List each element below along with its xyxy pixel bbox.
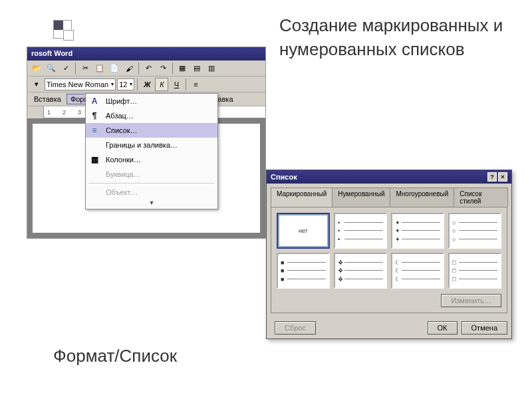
- bullet-icon: ✦: [395, 219, 400, 226]
- italic-button[interactable]: К: [155, 78, 168, 91]
- excel-icon[interactable]: ▤: [190, 62, 203, 75]
- menu-font[interactable]: A Шрифт…: [86, 94, 217, 108]
- preview-option[interactable]: □ □ □: [448, 253, 501, 289]
- preview-option[interactable]: ✦ ✦ ✦: [391, 213, 444, 249]
- reset-button[interactable]: Сброс: [275, 321, 316, 334]
- bullet-icon: ✦: [395, 227, 400, 234]
- menu-dropcap[interactable]: Буквица…: [86, 167, 217, 182]
- tab-list-styles[interactable]: Список стилей: [454, 188, 508, 207]
- menu-paragraph-label: Абзац…: [106, 112, 134, 120]
- list-dialog: Список ? × Маркированный Нумерованный Мн…: [266, 170, 512, 339]
- bold-button[interactable]: Ж: [140, 78, 154, 91]
- menu-object[interactable]: Объект…: [86, 185, 217, 200]
- style-dropdown-arrow[interactable]: ▾: [30, 78, 43, 91]
- cut-icon[interactable]: ✂: [78, 62, 92, 75]
- chevron-down-icon: ▾: [127, 81, 132, 87]
- undo-icon[interactable]: ↶: [142, 62, 155, 75]
- spell-icon[interactable]: ✓: [59, 62, 72, 75]
- bullet-icon: □: [452, 267, 456, 274]
- preview-grid: нет • • • ✦ ✦ ✦ ○ ○ ○ ■ ■ ■: [277, 213, 501, 289]
- align-left-icon[interactable]: ≡: [189, 78, 202, 91]
- bullet-icon: ○: [452, 227, 456, 234]
- paragraph-icon: ¶: [88, 110, 100, 122]
- menu-list[interactable]: ≡ Список…: [86, 123, 217, 138]
- preview-option[interactable]: ■ ■ ■: [277, 253, 330, 289]
- slide-heading: Создание маркированных и нумерованных сп…: [279, 13, 532, 62]
- bullet-icon: □: [452, 259, 456, 266]
- cancel-button[interactable]: Отмена: [462, 321, 507, 334]
- copy-icon[interactable]: 📋: [93, 62, 106, 75]
- preview-none[interactable]: нет: [277, 213, 330, 249]
- toolbar-formatting: ▾ Times New Roman▾ 12▾ Ж К Ч ≡: [27, 76, 265, 92]
- font-size-combo[interactable]: 12▾: [117, 78, 134, 90]
- toolbar-standard: 📂 🔍 ✓ ✂ 📋 📄 🖌 ↶ ↷ ▦ ▤ ▥: [27, 61, 265, 76]
- redo-icon[interactable]: ↷: [156, 62, 170, 75]
- tab-panel: нет • • • ✦ ✦ ✦ ○ ○ ○ ■ ■ ■: [271, 207, 507, 313]
- menu-object-label: Объект…: [106, 188, 138, 196]
- preview-option[interactable]: ❖ ❖ ❖: [334, 253, 387, 289]
- font-icon: A: [88, 95, 100, 107]
- bullet-icon: ○: [452, 219, 456, 226]
- menu-insert[interactable]: Вставка: [30, 94, 65, 104]
- bullet-icon: ○: [452, 236, 456, 243]
- list-icon: ≡: [88, 124, 100, 136]
- columns-icon: ▦: [88, 154, 100, 166]
- bullet-icon: •: [338, 219, 340, 226]
- close-icon[interactable]: ×: [498, 172, 507, 182]
- menu-dropcap-label: Буквица…: [106, 170, 141, 178]
- preview-option[interactable]: • • •: [334, 213, 387, 249]
- table-icon[interactable]: ▦: [176, 62, 189, 75]
- bullet-icon: ✦: [395, 236, 400, 243]
- bullet-icon: ❖: [338, 276, 343, 283]
- preview-none-label: нет: [299, 227, 308, 234]
- preview-option[interactable]: ☾ ☾ ☾: [391, 253, 444, 289]
- slide-caption: Формат/Список: [53, 346, 177, 366]
- tab-numbered[interactable]: Нумерованный: [332, 188, 390, 207]
- tab-bulleted[interactable]: Маркированный: [271, 188, 332, 207]
- tab-multilevel[interactable]: Многоуровневый: [390, 188, 454, 207]
- font-name-combo[interactable]: Times New Roman▾: [45, 78, 116, 90]
- underline-button[interactable]: Ч: [170, 78, 183, 91]
- dialog-title: Список: [271, 173, 297, 181]
- bullet-icon: ☾: [395, 259, 400, 266]
- bullet-icon: ☾: [395, 276, 400, 283]
- font-size-value: 12: [119, 80, 127, 88]
- bullet-icon: •: [338, 236, 340, 243]
- ok-button[interactable]: ОК: [428, 321, 458, 334]
- menu-columns[interactable]: ▦ Колонки…: [86, 152, 217, 167]
- format-dropdown: A Шрифт… ¶ Абзац… ≡ Список… Границы и за…: [85, 93, 218, 209]
- bullet-icon: □: [452, 276, 456, 283]
- menu-expand-icon[interactable]: ▼: [86, 200, 217, 209]
- bullet-icon: •: [338, 227, 340, 234]
- slide-bullet-icon: [53, 20, 72, 39]
- menu-borders[interactable]: Границы и заливка…: [86, 138, 217, 152]
- preview-option[interactable]: ○ ○ ○: [448, 213, 501, 249]
- bullet-icon: ■: [281, 259, 284, 266]
- bullet-icon: ■: [281, 267, 284, 274]
- bullet-icon: ❖: [338, 259, 343, 266]
- open-icon[interactable]: 📂: [30, 62, 43, 75]
- bullet-icon: ■: [281, 276, 284, 283]
- bullet-icon: ☾: [395, 267, 400, 274]
- change-button[interactable]: Изменить…: [441, 294, 501, 307]
- menu-borders-label: Границы и заливка…: [106, 141, 178, 149]
- format-painter-icon[interactable]: 🖌: [122, 62, 136, 75]
- dialog-buttons: Сброс ОК Отмена: [267, 317, 511, 338]
- dialog-titlebar: Список ? ×: [267, 170, 511, 184]
- menu-list-label: Список…: [106, 126, 138, 134]
- dialog-tabs: Маркированный Нумерованный Многоуровневы…: [267, 184, 511, 207]
- menu-separator: [88, 183, 215, 184]
- paste-icon[interactable]: 📄: [108, 62, 121, 75]
- menu-font-label: Шрифт…: [106, 97, 137, 105]
- font-name-value: Times New Roman: [47, 80, 108, 88]
- menu-paragraph[interactable]: ¶ Абзац…: [86, 108, 217, 123]
- search-icon[interactable]: 🔍: [45, 62, 58, 75]
- columns-icon[interactable]: ▥: [205, 62, 218, 75]
- chevron-down-icon: ▾: [108, 81, 114, 87]
- word-titlebar: rosoft Word: [27, 47, 265, 61]
- menu-columns-label: Колонки…: [106, 156, 141, 164]
- bullet-icon: ❖: [338, 267, 343, 274]
- help-icon[interactable]: ?: [487, 172, 497, 182]
